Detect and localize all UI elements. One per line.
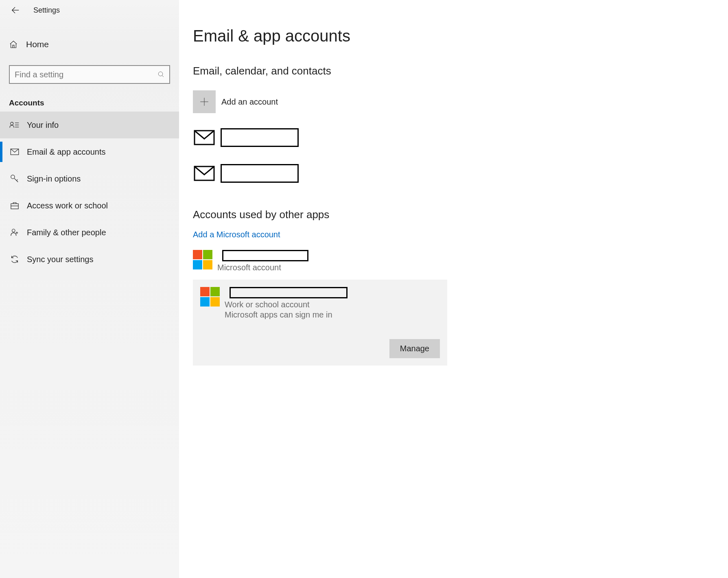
search-box[interactable] [9,65,170,84]
family-icon [9,228,20,237]
redacted-work-account-email [230,287,348,298]
sidebar-item-sync[interactable]: Sync your settings [0,246,179,273]
section-heading-email: Email, calendar, and contacts [193,65,714,77]
account-hint-label: Microsoft apps can sign me in [225,310,348,320]
section-heading-other-apps: Accounts used by other apps [193,208,714,221]
redacted-email-1 [221,128,299,147]
sync-icon [9,255,20,264]
sidebar-item-label: Your info [27,120,59,130]
sidebar-item-label: Email & app accounts [27,147,105,157]
sidebar-item-label: Sign-in options [27,174,81,184]
back-button[interactable] [7,2,24,18]
sidebar-item-home[interactable]: Home [0,31,179,58]
briefcase-icon [9,201,20,210]
plus-icon [193,90,216,113]
sidebar-item-label: Access work or school [27,201,108,210]
email-account-row-2[interactable] [193,162,714,185]
redacted-email-2 [221,164,299,183]
mail-icon [9,149,20,155]
svg-rect-4 [11,204,18,209]
search-input[interactable] [10,70,153,79]
microsoft-logo-icon [200,287,220,307]
home-label: Home [26,39,49,49]
manage-button-row: Manage [200,339,440,358]
sidebar-section-header: Accounts [0,84,179,112]
home-icon [9,40,20,49]
microsoft-logo-icon [193,250,212,269]
account-type-label: Work or school account [225,300,348,309]
sidebar-item-sign-in[interactable]: Sign-in options [0,165,179,192]
sidebar-item-work-school[interactable]: Access work or school [0,192,179,219]
microsoft-account-row[interactable]: Microsoft account [193,250,714,272]
sidebar: Settings Home Accounts Your info Email &… [0,0,179,578]
key-icon [9,174,20,183]
user-list-icon [9,121,20,129]
redacted-ms-account-email [222,250,308,261]
sidebar-item-label: Family & other people [27,228,106,237]
svg-point-3 [11,175,15,179]
sidebar-item-email-accounts[interactable]: Email & app accounts [0,138,179,165]
sidebar-item-family[interactable]: Family & other people [0,219,179,246]
work-school-account-card[interactable]: Work or school account Microsoft apps ca… [193,280,447,366]
svg-point-5 [12,229,15,232]
manage-button[interactable]: Manage [389,339,440,358]
main-content: Email & app accounts Email, calendar, an… [179,0,728,578]
envelope-icon [193,166,216,181]
page-title: Email & app accounts [193,27,714,45]
search-wrap [0,58,179,84]
svg-point-1 [11,122,13,125]
app-title: Settings [33,6,60,15]
add-microsoft-account-link[interactable]: Add a Microsoft account [193,230,280,239]
svg-point-0 [158,72,163,76]
sidebar-item-label: Sync your settings [27,255,93,264]
search-icon [153,71,169,78]
add-account-label: Add an account [221,97,278,107]
envelope-icon [193,130,216,145]
sidebar-item-your-info[interactable]: Your info [0,112,179,138]
add-account-button[interactable]: Add an account [193,90,714,113]
email-account-row-1[interactable] [193,126,714,149]
arrow-left-icon [11,6,20,15]
account-type-label: Microsoft account [217,263,308,272]
titlebar: Settings [0,0,179,20]
